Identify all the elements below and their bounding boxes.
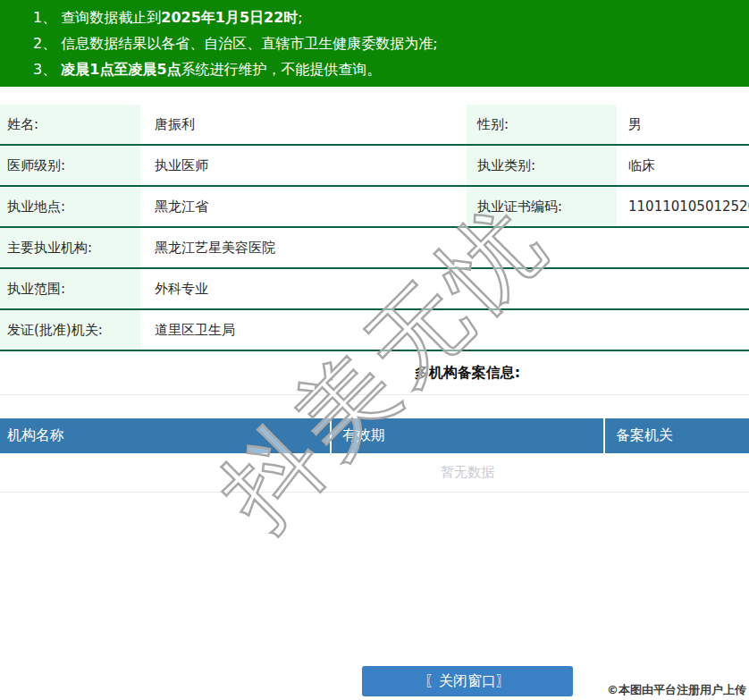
- main-institution-label: 主要执业机构:: [0, 228, 140, 267]
- table-row-practice-scope: 执业范围: 外科专业: [0, 269, 749, 310]
- issuing-authority-value: 道里区卫生局: [140, 310, 749, 350]
- gender-value: 男: [617, 105, 749, 144]
- notice-text: 系统进行维护，不能提供查询。: [181, 61, 382, 78]
- practice-category-label: 执业类别:: [467, 146, 617, 185]
- filing-table-header: 机构名称 有效期 备案机关: [0, 418, 749, 453]
- table-row-name-gender: 姓名: 唐振利 性别: 男: [0, 105, 749, 146]
- query-result-page: 1、 查询数据截止到2025年1月5日22时; 2、 信息数据结果以各省、自治区…: [0, 0, 749, 696]
- table-row-location-license: 执业地点: 黑龙江省 执业证书编码: 110110105012520: [0, 187, 749, 228]
- multi-institution-section-title: 多机构备案信息:: [0, 351, 749, 395]
- upload-credit-watermark: ©本图由平台注册用户上传: [607, 682, 746, 698]
- practice-scope-label: 执业范围:: [0, 269, 140, 308]
- name-value: 唐振利: [140, 105, 467, 144]
- main-institution-value: 黑龙江艺星美容医院: [140, 228, 749, 267]
- practice-location-value: 黑龙江省: [140, 187, 467, 226]
- notice-line-1: 1、 查询数据截止到2025年1月5日22时;: [33, 4, 749, 30]
- notice-text: 3、: [33, 61, 61, 78]
- table-row-issuing-authority: 发证(批准)机关: 道里区卫生局: [0, 310, 749, 351]
- no-data-placeholder: 暂无数据: [0, 453, 749, 493]
- notice-text: ;: [298, 9, 302, 26]
- doctor-level-value: 执业医师: [140, 146, 467, 185]
- license-number-label: 执业证书编码:: [467, 187, 617, 226]
- notice-line-2: 2、 信息数据结果以各省、自治区、直辖市卫生健康委数据为准;: [33, 30, 749, 56]
- practice-location-label: 执业地点:: [0, 187, 140, 226]
- notice-banner: 1、 查询数据截止到2025年1月5日22时; 2、 信息数据结果以各省、自治区…: [0, 0, 749, 87]
- doctor-profile-table: 姓名: 唐振利 性别: 男 医师级别: 执业医师 执业类别: 临床 执业地点: …: [0, 105, 749, 351]
- practice-scope-value: 外科专业: [140, 269, 749, 308]
- doctor-level-label: 医师级别:: [0, 146, 140, 185]
- name-label: 姓名:: [0, 105, 140, 144]
- practice-category-value: 临床: [617, 146, 749, 185]
- table-row-level-category: 医师级别: 执业医师 执业类别: 临床: [0, 146, 749, 187]
- notice-text-bold: 2025年1月5日22时: [161, 9, 298, 26]
- close-window-button[interactable]: 〖关闭窗口〗: [362, 666, 573, 696]
- gender-label: 性别:: [467, 105, 617, 144]
- notice-text: 1、 查询数据截止到: [33, 9, 161, 26]
- column-header-institution-name: 机构名称: [0, 418, 332, 453]
- table-row-main-institution: 主要执业机构: 黑龙江艺星美容医院: [0, 228, 749, 269]
- column-header-validity-period: 有效期: [332, 418, 605, 453]
- column-header-filing-authority: 备案机关: [605, 418, 749, 453]
- license-number-value: 110110105012520: [617, 187, 749, 226]
- notice-line-3: 3、 凌晨1点至凌晨5点系统进行维护，不能提供查询。: [33, 56, 749, 82]
- notice-text-bold: 凌晨1点至凌晨5点: [61, 61, 181, 78]
- notice-text: 2、 信息数据结果以各省、自治区、直辖市卫生健康委数据为准;: [33, 35, 438, 52]
- issuing-authority-label: 发证(批准)机关:: [0, 310, 140, 350]
